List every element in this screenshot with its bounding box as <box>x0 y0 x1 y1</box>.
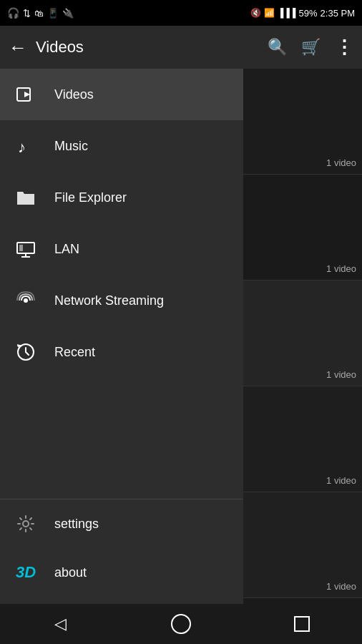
nav-home-icon <box>171 614 191 634</box>
nav-recent-button[interactable] <box>280 610 323 638</box>
battery-level: 59% <box>299 8 318 19</box>
lan-icon <box>14 240 37 258</box>
settings-label: settings <box>54 517 99 532</box>
nav-home-button[interactable] <box>160 610 202 638</box>
svg-point-7 <box>24 298 28 303</box>
nav-back-icon: ◁ <box>54 615 67 633</box>
status-left-icons: 🎧 ⇅ 🛍 📱 🔌 <box>7 7 74 19</box>
drawer-menu-items: Videos ♪ Music File Explorer <box>0 69 243 499</box>
wifi-icon: 📶 <box>264 8 275 18</box>
svg-rect-4 <box>19 245 23 251</box>
sidebar-item-videos[interactable]: Videos <box>0 69 243 120</box>
sidebar-item-videos-label: Videos <box>54 87 94 102</box>
usb-icon: 🔌 <box>62 8 74 19</box>
video-icon <box>14 84 37 104</box>
network-streaming-icon <box>14 291 37 311</box>
more-button[interactable]: ⋮ <box>335 36 353 59</box>
svg-text:♪: ♪ <box>18 138 26 155</box>
about-item[interactable]: 3D about <box>0 548 243 597</box>
search-button[interactable]: 🔍 <box>268 38 287 57</box>
folder-icon <box>14 189 37 206</box>
video-count: 1 video <box>326 157 356 168</box>
sidebar-item-lan-label: LAN <box>54 242 79 257</box>
back-icon: ← <box>9 36 27 59</box>
drawer-bottom-items: settings 3D about <box>0 499 243 604</box>
headphone-icon: 🎧 <box>7 7 19 19</box>
toolbar-actions: 🔍 🛒 ⋮ <box>268 36 353 59</box>
nav-bar: ◁ <box>0 604 362 644</box>
sidebar-item-file-explorer-label: File Explorer <box>54 190 127 205</box>
back-button[interactable]: ← <box>9 36 27 59</box>
settings-icon <box>14 514 37 533</box>
sidebar-item-recent-label: Recent <box>54 345 95 360</box>
signal-icon: ▐▐▐ <box>278 8 296 18</box>
status-bar: 🎧 ⇅ 🛍 📱 🔌 🔇 📶 ▐▐▐ 59% 2:35 PM <box>0 0 362 26</box>
svg-marker-1 <box>24 92 30 97</box>
nav-drawer: Videos ♪ Music File Explorer <box>0 69 243 604</box>
video-count: 1 video <box>326 475 356 486</box>
phone-icon: 📱 <box>47 8 59 19</box>
about-label: about <box>54 565 87 580</box>
nav-back-button[interactable]: ◁ <box>39 610 82 638</box>
toolbar-title: Videos <box>36 38 268 57</box>
nav-recent-icon <box>294 616 310 632</box>
main-content: 1 video 1 video a Civil War 2016 di Dubb… <box>0 69 362 604</box>
about-icon: 3D <box>14 563 37 582</box>
settings-item[interactable]: settings <box>0 499 243 548</box>
cart-button[interactable]: 🛒 <box>301 38 321 57</box>
sidebar-item-recent[interactable]: Recent <box>0 326 243 378</box>
sidebar-item-network-streaming-label: Network Streaming <box>54 293 164 308</box>
mute-icon: 🔇 <box>250 8 261 18</box>
video-count: 1 video <box>326 581 356 592</box>
sidebar-item-music[interactable]: ♪ Music <box>0 120 243 172</box>
store-icon: 🛍 <box>34 8 44 19</box>
recent-icon <box>14 342 37 362</box>
video-count: 1 video <box>326 263 356 274</box>
sidebar-item-file-explorer[interactable]: File Explorer <box>0 172 243 223</box>
toolbar: ← Videos 🔍 🛒 ⋮ <box>0 26 362 69</box>
status-right-info: 🔇 📶 ▐▐▐ 59% 2:35 PM <box>250 8 355 19</box>
sidebar-item-lan[interactable]: LAN <box>0 223 243 275</box>
clock: 2:35 PM <box>321 8 355 19</box>
music-icon: ♪ <box>14 137 37 155</box>
transfer-icon: ⇅ <box>23 8 31 19</box>
sidebar-item-music-label: Music <box>54 139 88 154</box>
svg-point-11 <box>23 521 29 527</box>
sidebar-item-network-streaming[interactable]: Network Streaming <box>0 275 243 326</box>
